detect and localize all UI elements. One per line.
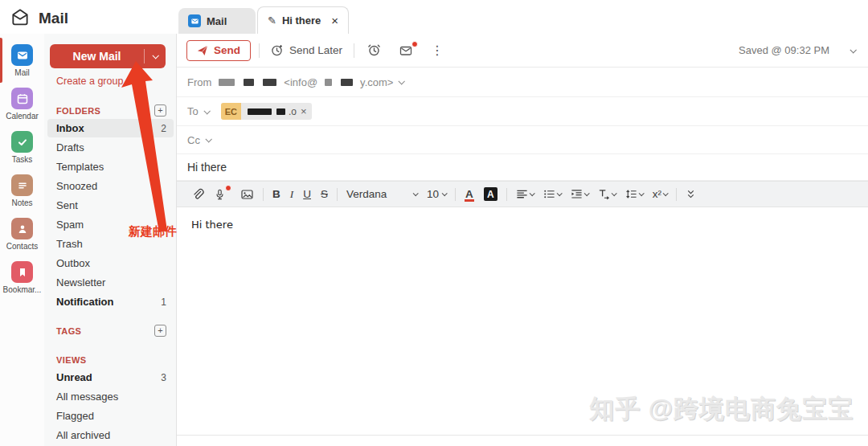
font-color-icon[interactable]: A [460, 182, 479, 207]
strikethrough-icon[interactable]: S [316, 182, 333, 207]
tags-header: TAGS [56, 326, 81, 336]
contacts-app-icon [11, 218, 33, 239]
rail-label: Tasks [0, 155, 44, 164]
view-all-archived[interactable]: All archived [47, 426, 174, 444]
font-family-dropdown[interactable]: Verdana [342, 182, 422, 207]
line-spacing-dropdown[interactable] [620, 182, 648, 207]
create-group-link[interactable]: Create a group [56, 76, 123, 87]
paper-plane-icon [197, 45, 208, 56]
view-unread[interactable]: Unread 3 [47, 368, 174, 387]
folder-drafts[interactable]: Drafts [47, 138, 174, 157]
from-email: y.com> [360, 76, 393, 88]
rail-label: Bookmar... [0, 285, 44, 294]
rail-label: Notes [0, 198, 44, 207]
rail-item-contacts[interactable]: Contacts [0, 218, 44, 251]
recipient-text: .o [289, 106, 297, 117]
cc-dropdown-chevron-icon[interactable] [205, 136, 211, 142]
remove-recipient-icon[interactable]: × [301, 105, 307, 117]
annotation-label: 新建邮件 [129, 224, 177, 239]
redacted-text [263, 79, 276, 86]
active-app-indicator [0, 38, 2, 83]
recipient-chip[interactable]: EC .o × [221, 103, 312, 120]
rail-item-bookmarks[interactable]: Bookmar... [0, 261, 44, 294]
cc-label: Cc [187, 134, 200, 146]
superscript-icon: x² [653, 188, 661, 200]
redacted-text [248, 108, 272, 115]
new-mail-button[interactable]: New Mail [50, 44, 166, 68]
main-area: Mail ✎ Hi there × Send Send Later [177, 0, 868, 446]
rail-label: Calendar [0, 112, 44, 121]
app-title: Mail [39, 10, 68, 27]
tab-compose[interactable]: ✎ Hi there × [257, 6, 349, 34]
toolbar-divider [506, 188, 507, 201]
superscript-dropdown[interactable]: x² [648, 182, 672, 207]
mail-app-icon [11, 44, 33, 66]
highlight-color-icon[interactable]: A [479, 182, 502, 207]
unread-count: 2 [161, 123, 166, 134]
add-tag-button[interactable]: + [154, 325, 166, 337]
close-tab-icon[interactable]: × [331, 14, 338, 27]
redacted-text [276, 108, 285, 115]
attach-file-icon[interactable] [186, 182, 209, 207]
add-folder-button[interactable]: + [154, 104, 166, 117]
to-dropdown-chevron-icon[interactable] [203, 108, 210, 114]
rail-label: Contacts [0, 242, 44, 251]
more-options-kebab-icon[interactable]: ⋮ [426, 43, 448, 58]
toolbar-divider [354, 43, 354, 58]
new-mail-dropdown[interactable] [145, 54, 166, 59]
from-label: From [187, 76, 211, 88]
insert-image-icon[interactable] [235, 182, 259, 207]
bullet-list-dropdown[interactable] [538, 182, 566, 207]
redacted-text [219, 79, 235, 86]
text-align-dropdown[interactable] [511, 182, 538, 207]
dictation-mic-icon[interactable] [209, 182, 231, 207]
italic-icon[interactable]: I [285, 182, 299, 207]
recipient-avatar: EC [221, 103, 241, 120]
bottom-divider [177, 435, 868, 436]
folders-header: FOLDERS [56, 106, 100, 116]
text-direction-dropdown[interactable] [593, 182, 620, 207]
view-flagged[interactable]: Flagged [47, 407, 174, 425]
mail-app-window: Mail Mail Mail Calendar [0, 0, 868, 446]
send-label: Send [214, 44, 240, 56]
send-button[interactable]: Send [186, 40, 251, 61]
folder-newsletter[interactable]: Newsletter [47, 273, 174, 292]
read-receipt-icon[interactable] [394, 44, 418, 57]
schedule-send-icon [271, 44, 284, 57]
tab-label: Mail [207, 15, 227, 27]
subject-field[interactable]: Hi there [177, 154, 868, 181]
from-field[interactable]: From <info@ y.com> [177, 68, 868, 97]
tab-mail[interactable]: Mail [178, 8, 256, 34]
toolbar-divider [259, 43, 260, 58]
folder-outbox[interactable]: Outbox [47, 254, 174, 272]
notification-dot [411, 41, 418, 47]
app-logo: Mail [10, 6, 68, 31]
rail-item-calendar[interactable]: Calendar [0, 88, 44, 121]
from-dropdown-chevron-icon[interactable] [399, 78, 405, 84]
more-formatting-icon[interactable] [681, 182, 701, 207]
folder-notification[interactable]: Notification 1 [47, 293, 174, 311]
indent-dropdown[interactable] [566, 182, 593, 207]
rail-item-notes[interactable]: Notes [0, 174, 44, 207]
font-size-dropdown[interactable]: 10 [422, 182, 451, 207]
rail-item-tasks[interactable]: Tasks [0, 131, 44, 164]
view-all-messages[interactable]: All messages [47, 387, 174, 406]
folder-inbox[interactable]: Inbox 2 [47, 119, 174, 137]
notes-app-icon [11, 174, 33, 196]
saved-dropdown-chevron-icon[interactable] [850, 47, 856, 53]
folder-snoozed[interactable]: Snoozed [47, 177, 174, 195]
reminder-alarm-icon[interactable] [362, 43, 386, 57]
folder-settings-gear-icon[interactable]: ⚙ [139, 104, 149, 117]
redacted-text [244, 79, 254, 86]
cc-field[interactable]: Cc [177, 126, 868, 154]
to-label: To [187, 105, 199, 117]
bold-icon[interactable]: B [268, 182, 285, 207]
rail-item-mail[interactable]: Mail [0, 44, 44, 77]
folder-templates[interactable]: Templates [47, 158, 174, 176]
underline-icon[interactable]: U [298, 182, 316, 207]
notification-dot [225, 185, 231, 191]
folder-sent[interactable]: Sent [47, 196, 174, 215]
send-later-button[interactable]: Send Later [268, 44, 346, 57]
to-field[interactable]: To EC .o × [177, 97, 868, 126]
pencil-icon: ✎ [268, 14, 276, 27]
